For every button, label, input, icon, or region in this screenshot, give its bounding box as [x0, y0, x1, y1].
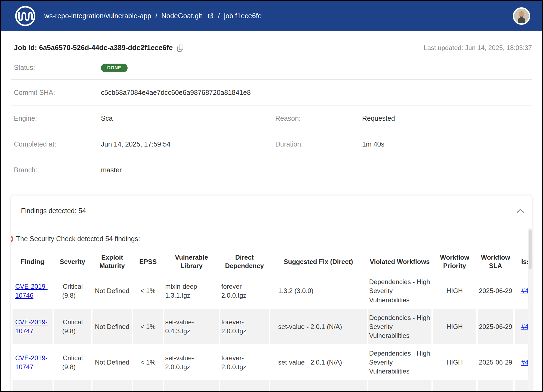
violated-workflows-cell: Dependencies - High Severity Vulnerabili…: [369, 277, 430, 304]
status-value: DONE: [101, 63, 275, 72]
copy-icon[interactable]: [177, 44, 184, 52]
col-header-workflow-priority: Workflow Priority: [433, 250, 476, 273]
breadcrumb-job: job f1ece6fe: [224, 12, 262, 20]
status-badge: DONE: [101, 64, 128, 72]
finding-row: CVE-2019-10747 Critical (9.8) Not Define…: [13, 309, 532, 344]
findings-message: The Security Check detected 54 findings:: [16, 235, 140, 243]
field-row-engine-reason: Engine: Sca Reason: Requested: [11, 105, 532, 131]
findings-table-wrap: Finding Severity Exploit Maturity EPSS V…: [11, 250, 532, 392]
breadcrumb-project[interactable]: NodeGoat.git: [161, 12, 202, 20]
external-link-icon[interactable]: [207, 13, 214, 19]
suggested-fix-cell: set-value - 2.0.1 (N/A): [278, 323, 342, 330]
field-row-status: Status: DONE: [11, 56, 532, 80]
direct-dependency-cell: forever-2.0.0.tgz: [221, 318, 267, 335]
col-header-finding: Finding: [13, 250, 53, 273]
severity-text: Critical: [63, 318, 83, 326]
reason-label: Reason:: [275, 114, 362, 122]
cve-link[interactable]: CVE-2019-10747: [15, 354, 48, 371]
vulnerable-library-cell: set-value-2.0.0.tgz: [165, 353, 218, 371]
col-header-vulnerable-library: Vulnerable Library: [164, 250, 219, 273]
col-header-epss: EPSS: [133, 250, 163, 273]
cve-link[interactable]: CVE-2019-10746: [15, 283, 48, 299]
exploit-maturity-cell: Not Defined: [95, 358, 129, 367]
duration-value: 1m 40s: [362, 140, 532, 148]
col-header-exploit-maturity: Exploit Maturity: [92, 250, 132, 273]
finding-row: CVE-2019-10747 Critical (9.8) Not Define…: [13, 345, 532, 380]
severity-cell: Critical (9.8): [62, 318, 83, 335]
table-header-row: Finding Severity Exploit Maturity EPSS V…: [13, 250, 532, 273]
exploit-maturity-cell: Not Defined: [95, 322, 129, 331]
workflow-priority-cell: HIGH: [446, 287, 463, 294]
col-header-direct-dependency: Direct Dependency: [220, 250, 269, 273]
status-label: Status:: [14, 64, 101, 71]
findings-panel-title: Findings detected: 54: [21, 207, 86, 215]
workflow-sla-cell: 2025-06-29: [479, 286, 512, 295]
commit-sha-value: c5cb68a7084e4ae7dcc60e6a98768720a81841e8: [101, 89, 275, 97]
breadcrumb-repo[interactable]: ws-repo-integration/vulnerable-app: [44, 12, 151, 20]
branch-label: Branch:: [14, 166, 101, 174]
last-updated: Last updated: Jun 14, 2025, 18:03:37: [424, 44, 532, 52]
completed-at-value: Jun 14, 2025, 17:59:54: [101, 140, 275, 148]
col-header-violated-workflows: Violated Workflows: [368, 250, 431, 273]
mend-logo-icon[interactable]: [14, 5, 36, 27]
findings-panel-header: Findings detected: 54: [11, 195, 532, 215]
duration-label: Duration:: [275, 140, 362, 148]
field-row-branch: Branch: master: [11, 157, 532, 183]
finding-row-partial: [13, 380, 532, 392]
severity-score: (9.8): [62, 292, 76, 299]
workflow-sla-cell: 2025-06-29: [479, 358, 512, 367]
severity-text: Critical: [63, 354, 83, 362]
severity-text: Critical: [63, 283, 83, 290]
severity-score: (9.8): [62, 363, 76, 371]
completed-at-label: Completed at:: [14, 140, 101, 148]
vulnerable-library-cell: set-value-0.4.3.tgz: [165, 318, 218, 335]
findings-message-row: The Security Check detected 54 findings:: [11, 235, 532, 243]
breadcrumb-separator: /: [218, 12, 220, 20]
field-row-completed-duration: Completed at: Jun 14, 2025, 17:59:54 Dur…: [11, 131, 532, 157]
direct-dependency-cell: forever-2.0.0.tgz: [221, 282, 267, 300]
violated-workflows-cell: Dependencies - High Severity Vulnerabili…: [369, 349, 430, 376]
suggested-fix-cell: 1.3.2 (3.0.0): [278, 287, 313, 294]
job-id-row: Job Id: 6a5a6570-526d-44dc-a389-ddc2f1ec…: [11, 43, 532, 52]
severity-score: (9.8): [62, 327, 76, 335]
epss-cell: < 1%: [140, 359, 155, 366]
severity-cell: Critical (9.8): [62, 353, 83, 371]
error-circle-icon: [11, 235, 13, 243]
severity-cell: Critical (9.8): [62, 282, 83, 300]
cve-link[interactable]: CVE-2019-10747: [15, 318, 48, 335]
workflow-sla-cell: 2025-06-29: [479, 322, 512, 331]
col-header-severity: Severity: [54, 250, 91, 273]
page-content: Job Id: 6a5a6570-526d-44dc-a389-ddc2f1ec…: [1, 43, 542, 392]
findings-table: Finding Severity Exploit Maturity EPSS V…: [11, 250, 532, 392]
vertical-scrollbar[interactable]: [528, 228, 532, 392]
vulnerable-library-cell: mixin-deep-1.3.1.tgz: [165, 282, 218, 300]
violated-workflows-cell: Dependencies - High Severity Vulnerabili…: [369, 313, 430, 340]
job-fields: Status: DONE Commit SHA: c5cb68a7084e4ae…: [11, 56, 532, 183]
direct-dependency-cell: forever-2.0.0.tgz: [221, 353, 267, 371]
finding-row: CVE-2019-10746 Critical (9.8) Not Define…: [13, 273, 532, 308]
user-avatar[interactable]: [513, 7, 530, 25]
breadcrumb: ws-repo-integration/vulnerable-app / Nod…: [44, 12, 262, 20]
chevron-up-icon[interactable]: [516, 207, 525, 214]
breadcrumb-separator: /: [155, 12, 157, 20]
engine-label: Engine:: [14, 114, 101, 122]
epss-cell: < 1%: [140, 287, 155, 294]
engine-value: Sca: [101, 114, 275, 122]
findings-panel: Findings detected: 54 The Security Check…: [11, 195, 532, 392]
col-header-suggested-fix: Suggested Fix (Direct): [270, 250, 367, 273]
commit-sha-label: Commit SHA:: [14, 89, 101, 97]
branch-value: master: [101, 166, 275, 174]
workflow-priority-cell: HIGH: [446, 359, 463, 366]
reason-value: Requested: [362, 114, 532, 122]
field-row-commit: Commit SHA: c5cb68a7084e4ae7dcc60e6a9876…: [11, 80, 532, 105]
col-header-workflow-sla: Workflow SLA: [478, 250, 513, 273]
top-navigation-bar: ws-repo-integration/vulnerable-app / Nod…: [1, 1, 542, 31]
job-id-text: Job Id: 6a5a6570-526d-44dc-a389-ddc2f1ec…: [14, 43, 173, 52]
suggested-fix-cell: set-value - 2.0.1 (N/A): [278, 359, 342, 366]
epss-cell: < 1%: [140, 323, 155, 330]
job-id: Job Id: 6a5a6570-526d-44dc-a389-ddc2f1ec…: [14, 43, 184, 52]
workflow-priority-cell: HIGH: [446, 323, 463, 330]
exploit-maturity-cell: Not Defined: [95, 286, 129, 295]
scrollbar-thumb[interactable]: [529, 230, 532, 269]
